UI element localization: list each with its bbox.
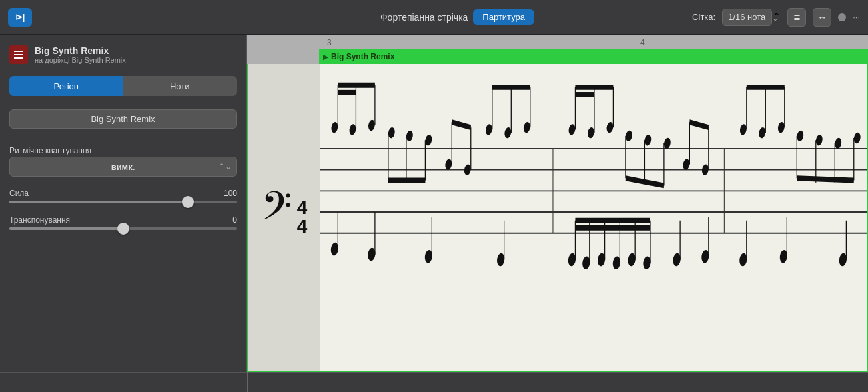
time-signature: 4 4 bbox=[297, 199, 308, 236]
svg-point-37 bbox=[504, 126, 512, 140]
svg-point-89 bbox=[815, 133, 823, 147]
tab-row: Регіон Ноти bbox=[9, 76, 237, 96]
vertical-divider bbox=[821, 35, 821, 372]
measure-ruler: 3 4 bbox=[247, 35, 868, 49]
measure-4: 4 bbox=[640, 38, 645, 47]
svg-point-7 bbox=[331, 121, 338, 135]
svg-point-87 bbox=[797, 129, 804, 143]
svg-point-46 bbox=[606, 121, 614, 135]
toolbar-left: ⊳| bbox=[0, 8, 247, 27]
pin-icon: ⊳| bbox=[15, 12, 25, 22]
grid-select-wrapper: 1/16 нота ⌃ bbox=[722, 9, 781, 26]
region-track-label: на доріжці Big Synth Remix bbox=[35, 56, 126, 64]
main-area: 3 4 ▶ Big Synth Remix 𝄢 4 4 bbox=[247, 35, 868, 372]
region-icon bbox=[9, 45, 28, 64]
region-name-field[interactable]: Big Synth Remix bbox=[9, 109, 237, 129]
toolbar-right: Сітка: 1/16 нота ⌃ ≣ ↔ ··· bbox=[668, 8, 868, 27]
score-area: ▶ Big Synth Remix 𝄢 4 4 bbox=[247, 49, 868, 372]
velocity-thumb[interactable] bbox=[182, 196, 194, 208]
score-button[interactable]: Партитура bbox=[473, 9, 534, 25]
velocity-section: Сила 100 bbox=[9, 183, 237, 203]
more-options: ··· bbox=[853, 12, 860, 22]
velocity-fill bbox=[9, 201, 188, 203]
tab-region[interactable]: Регіон bbox=[9, 76, 123, 96]
svg-point-9 bbox=[349, 123, 356, 137]
transpose-value: 0 bbox=[232, 215, 237, 225]
region-header: Big Synth Remix на доріжці Big Synth Rem… bbox=[9, 45, 237, 64]
svg-point-42 bbox=[568, 123, 576, 137]
grid-select-arrows-icon: ⌃ bbox=[772, 11, 781, 23]
staff-container bbox=[320, 64, 867, 371]
bottom-bar bbox=[0, 372, 868, 392]
svg-line-61 bbox=[689, 122, 708, 127]
bottom-divider-right bbox=[574, 372, 574, 392]
svg-point-93 bbox=[853, 131, 861, 145]
measure-3: 3 bbox=[327, 38, 332, 47]
region-play-icon: ▶ bbox=[323, 53, 328, 61]
transpose-slider[interactable] bbox=[9, 227, 237, 230]
svg-point-59 bbox=[701, 163, 709, 177]
piano-roll-label: Фортепіанна стрічка bbox=[380, 12, 468, 23]
region-info: Big Synth Remix на доріжці Big Synth Rem… bbox=[35, 45, 126, 64]
svg-point-84 bbox=[777, 121, 785, 135]
svg-point-15 bbox=[388, 126, 395, 140]
clef-area: 𝄢 4 4 bbox=[248, 64, 320, 371]
region-name-label: Big Synth Remix bbox=[35, 45, 126, 56]
tab-notes[interactable]: Ноти bbox=[123, 76, 238, 96]
transpose-section: Транспонування 0 bbox=[9, 210, 237, 230]
grid-label: Сітка: bbox=[692, 12, 715, 22]
quantize-label: Ритмічне квантування bbox=[9, 146, 237, 155]
arrow-icon-button[interactable]: ↔ bbox=[813, 8, 831, 27]
svg-point-35 bbox=[485, 123, 492, 137]
transpose-fill bbox=[9, 227, 123, 230]
top-toolbar: ⊳| Фортепіанна стрічка Партитура Сітка: … bbox=[0, 0, 868, 35]
svg-point-80 bbox=[739, 123, 747, 137]
pin-button[interactable]: ⊳| bbox=[8, 8, 32, 27]
quantize-select[interactable]: вимк. bbox=[9, 157, 237, 177]
svg-point-11 bbox=[368, 118, 375, 132]
notes-svg bbox=[320, 64, 867, 371]
svg-line-95 bbox=[797, 178, 853, 180]
svg-point-50 bbox=[625, 129, 632, 143]
sheet-music: 𝄢 4 4 bbox=[247, 64, 868, 372]
time-sig-bottom: 4 bbox=[297, 217, 308, 236]
svg-line-26 bbox=[452, 122, 470, 127]
svg-line-56 bbox=[626, 178, 664, 185]
quantize-section: Ритмічне квантування вимк. ⌃⌄ bbox=[9, 139, 237, 177]
time-sig-top: 4 bbox=[297, 199, 308, 217]
bass-clef-symbol: 𝄢 bbox=[261, 187, 292, 235]
status-dot bbox=[838, 13, 846, 21]
svg-point-52 bbox=[644, 133, 652, 147]
quantize-icon-button[interactable]: ≣ bbox=[787, 8, 806, 27]
region-block: ▶ Big Synth Remix bbox=[319, 49, 868, 64]
region-block-name: Big Synth Remix bbox=[331, 52, 394, 61]
velocity-value: 100 bbox=[224, 189, 237, 198]
transpose-thumb[interactable] bbox=[117, 223, 129, 235]
toolbar-center: Фортепіанна стрічка Партитура bbox=[247, 9, 668, 25]
arrow-icon: ↔ bbox=[817, 12, 827, 23]
velocity-label: Сила bbox=[9, 189, 29, 198]
bottom-divider-left bbox=[247, 372, 248, 392]
quantize-select-wrapper: вимк. ⌃⌄ bbox=[9, 157, 237, 177]
velocity-slider[interactable] bbox=[9, 201, 237, 203]
svg-point-24 bbox=[464, 163, 471, 177]
left-panel: Big Synth Remix на доріжці Big Synth Rem… bbox=[0, 35, 247, 372]
velocity-row: Сила 100 bbox=[9, 189, 237, 198]
svg-point-17 bbox=[406, 129, 413, 143]
transpose-label: Транспонування bbox=[9, 215, 70, 225]
quantize-icon: ≣ bbox=[793, 12, 801, 22]
svg-point-39 bbox=[523, 121, 530, 135]
svg-point-19 bbox=[425, 133, 432, 147]
svg-point-44 bbox=[587, 126, 594, 140]
svg-point-82 bbox=[759, 126, 766, 140]
grid-select[interactable]: 1/16 нота bbox=[722, 9, 772, 26]
